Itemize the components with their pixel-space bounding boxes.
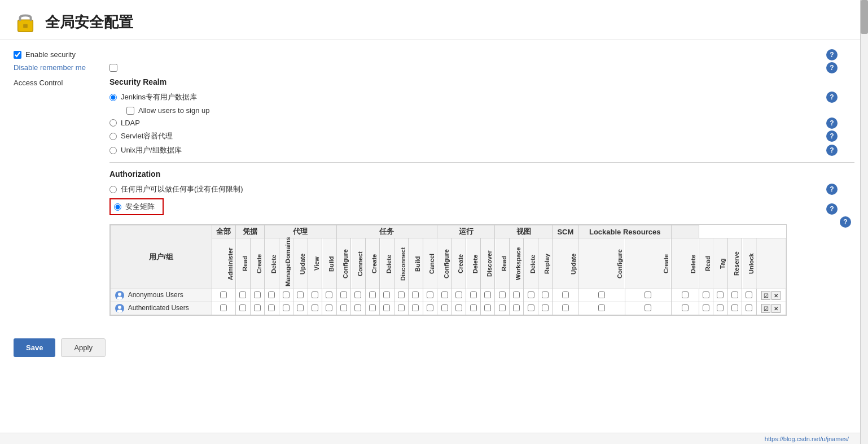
auth-cred-view-cb[interactable]: [312, 304, 318, 311]
anon-select-all-btn[interactable]: ☑: [761, 291, 770, 300]
auth-agent-connect-cb[interactable]: [354, 304, 361, 311]
realm-servlet-label[interactable]: Servlet容器代理: [121, 131, 173, 141]
anon-job-workspace-cb[interactable]: [513, 291, 520, 298]
auth-run-delete-cb[interactable]: [528, 304, 534, 311]
authz-matrix-label[interactable]: 安全矩阵: [125, 202, 155, 212]
auth-agent-delete-cb[interactable]: [383, 304, 390, 311]
scrollbar[interactable]: [860, 0, 868, 444]
auth-job-workspace-cb[interactable]: [513, 304, 520, 311]
enable-security-checkbox[interactable]: [14, 51, 21, 59]
allow-signup-row: Allow users to sign up ?: [126, 106, 854, 115]
authz-matrix-radio[interactable]: [114, 203, 121, 211]
disable-remember-me-help-icon[interactable]: ?: [826, 62, 838, 73]
enable-security-label[interactable]: Enable security: [25, 50, 76, 59]
realm-jenkins-db-label[interactable]: Jenkins专有用户数据库: [121, 92, 197, 102]
realm-jenkins-db-help-icon[interactable]: ?: [826, 92, 838, 103]
auth-cred-manage-cb[interactable]: [283, 304, 290, 311]
anon-lock-unlock-cb[interactable]: [746, 291, 752, 298]
auth-job-build-cb[interactable]: [412, 304, 419, 311]
auth-scm-tag-cb[interactable]: [717, 304, 724, 311]
anon-cred-update-cb[interactable]: [297, 291, 304, 298]
allow-signup-checkbox[interactable]: [126, 107, 134, 115]
anon-job-discover-cb[interactable]: [484, 291, 491, 298]
auth-agent-disconnect-cb[interactable]: [398, 304, 405, 311]
realm-unix-radio[interactable]: [109, 147, 117, 154]
auth-agent-configure-cb[interactable]: [340, 304, 347, 311]
anon-delete-row-btn[interactable]: ✕: [771, 291, 781, 300]
anon-lock-reserve-cb[interactable]: [731, 291, 738, 298]
anon-agent-disconnect-cb[interactable]: [398, 291, 405, 298]
auth-agent-build-cb[interactable]: [326, 304, 332, 311]
auth-cred-read-cb[interactable]: [239, 304, 246, 311]
anon-job-configure-cb[interactable]: [441, 291, 448, 298]
enable-security-help-icon[interactable]: ?: [826, 49, 838, 60]
auth-users-label: Authenticated Users: [128, 304, 189, 312]
auth-job-read-cb[interactable]: [499, 304, 506, 311]
page-container: 全局安全配置 Enable security ? Disable remembe…: [0, 0, 868, 444]
anon-agent-build-cb[interactable]: [326, 291, 332, 298]
disable-remember-me-checkbox[interactable]: [109, 64, 117, 72]
auth-job-create-cb[interactable]: [455, 304, 462, 311]
auth-cred-update-cb[interactable]: [297, 304, 304, 311]
auth-view-read-cb[interactable]: [703, 304, 709, 311]
anon-view-read-cb[interactable]: [703, 291, 709, 298]
auth-cred-create-cb[interactable]: [254, 304, 261, 311]
auth-view-delete-cb[interactable]: [682, 304, 689, 311]
enable-security-row: Enable security ?: [14, 50, 854, 59]
scrollbar-thumb[interactable]: [861, 0, 868, 34]
auth-agent-create-cb[interactable]: [369, 304, 376, 311]
anon-run-update-cb[interactable]: [562, 291, 569, 298]
realm-ldap-radio[interactable]: [109, 119, 117, 127]
realm-servlet-radio[interactable]: [109, 133, 117, 140]
auth-job-delete-cb[interactable]: [470, 304, 477, 311]
apply-button[interactable]: Apply: [61, 338, 106, 357]
anon-cred-manage-cb[interactable]: [283, 291, 290, 298]
anon-view-delete-cb[interactable]: [682, 291, 689, 298]
anon-scm-tag-cb[interactable]: [717, 291, 724, 298]
anon-job-delete-cb[interactable]: [470, 291, 477, 298]
auth-select-all-btn[interactable]: ☑: [761, 304, 770, 313]
anon-agent-connect-cb[interactable]: [354, 291, 361, 298]
anon-job-create-cb[interactable]: [455, 291, 462, 298]
auth-view-create-cb[interactable]: [645, 304, 651, 311]
auth-job-discover-cb[interactable]: [484, 304, 491, 311]
authz-anyone-help-icon[interactable]: ?: [826, 184, 838, 195]
anon-job-cancel-cb[interactable]: [427, 291, 433, 298]
col-run-update: Update: [553, 238, 578, 289]
realm-ldap-label[interactable]: LDAP: [121, 119, 140, 127]
auth-delete-row-btn[interactable]: ✕: [771, 304, 781, 313]
auth-job-configure-cb[interactable]: [441, 304, 448, 311]
anon-cred-create-cb[interactable]: [254, 291, 261, 298]
authz-anyone-radio[interactable]: [109, 186, 117, 193]
anon-agent-create-cb[interactable]: [369, 291, 376, 298]
realm-ldap-help-icon[interactable]: ?: [826, 117, 838, 129]
auth-run-update-cb[interactable]: [562, 304, 569, 311]
anon-view-configure-cb[interactable]: [598, 291, 605, 298]
anon-administer-cb[interactable]: [220, 291, 227, 298]
anon-cred-read-cb[interactable]: [239, 291, 246, 298]
auth-job-cancel-cb[interactable]: [427, 304, 433, 311]
anon-cred-view-cb[interactable]: [312, 291, 318, 298]
authz-anyone-label[interactable]: 任何用户可以做任何事(没有任何限制): [121, 184, 243, 194]
anon-run-delete-cb[interactable]: [528, 291, 534, 298]
realm-unix-label[interactable]: Unix用户/组数据库: [121, 145, 182, 155]
anon-cred-delete-cb[interactable]: [268, 291, 275, 298]
auth-lock-reserve-cb[interactable]: [731, 304, 738, 311]
auth-run-replay-cb[interactable]: [542, 304, 549, 311]
realm-servlet-help-icon[interactable]: ?: [826, 130, 838, 142]
anon-view-create-cb[interactable]: [645, 291, 651, 298]
anon-agent-delete-cb[interactable]: [383, 291, 390, 298]
save-button[interactable]: Save: [14, 338, 55, 357]
anon-job-build-cb[interactable]: [412, 291, 419, 298]
auth-lock-unlock-cb[interactable]: [746, 304, 752, 311]
auth-cred-delete-cb[interactable]: [268, 304, 275, 311]
authz-matrix-help-icon[interactable]: ?: [826, 203, 838, 215]
allow-signup-label[interactable]: Allow users to sign up: [138, 106, 209, 115]
anon-job-read-cb[interactable]: [499, 291, 506, 298]
realm-jenkins-db-radio[interactable]: [109, 94, 117, 101]
anon-run-replay-cb[interactable]: [542, 291, 549, 298]
auth-administer-cb[interactable]: [220, 304, 227, 311]
auth-view-configure-cb[interactable]: [598, 304, 605, 311]
anon-agent-configure-cb[interactable]: [340, 291, 347, 298]
realm-unix-help-icon[interactable]: ?: [826, 145, 838, 156]
